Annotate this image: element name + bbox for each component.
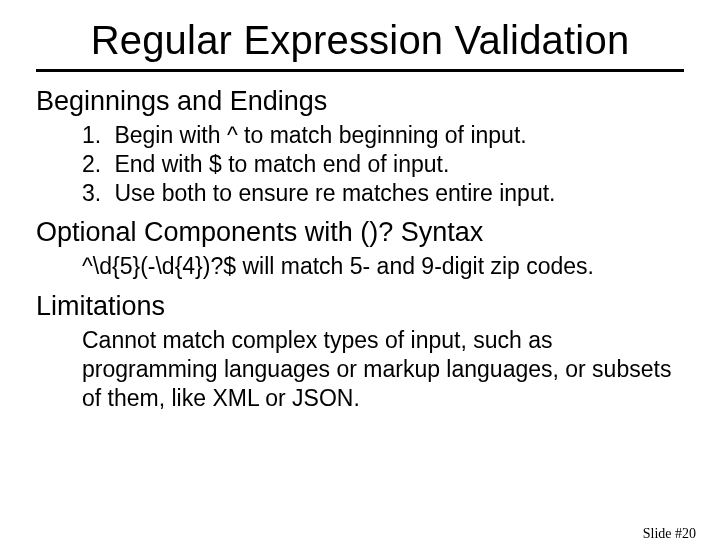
list-number: 1. [82, 121, 108, 150]
list-text: Begin with ^ to match beginning of input… [114, 122, 526, 148]
list-item: 2. End with $ to match end of input. [82, 150, 684, 179]
list-item: 3. Use both to ensure re matches entire … [82, 179, 684, 208]
list-text: End with $ to match end of input. [114, 151, 449, 177]
limitations-body: Cannot match complex types of input, suc… [82, 326, 684, 412]
section-heading-limitations: Limitations [36, 291, 684, 322]
list-item: 1. Begin with ^ to match beginning of in… [82, 121, 684, 150]
title-divider [36, 69, 684, 72]
list-text: Use both to ensure re matches entire inp… [114, 180, 555, 206]
beginnings-list: 1. Begin with ^ to match beginning of in… [82, 121, 684, 207]
section-heading-optional: Optional Components with ()? Syntax [36, 217, 684, 248]
page-title: Regular Expression Validation [40, 18, 680, 63]
section-heading-beginnings: Beginnings and Endings [36, 86, 684, 117]
optional-body: ^\d{5}(-\d{4})?$ will match 5- and 9-dig… [82, 252, 684, 281]
list-number: 3. [82, 179, 108, 208]
slide-footer: Slide #20 [643, 526, 696, 540]
list-number: 2. [82, 150, 108, 179]
content-area: Beginnings and Endings 1. Begin with ^ t… [36, 86, 684, 412]
slide: Regular Expression Validation Beginnings… [0, 18, 720, 540]
